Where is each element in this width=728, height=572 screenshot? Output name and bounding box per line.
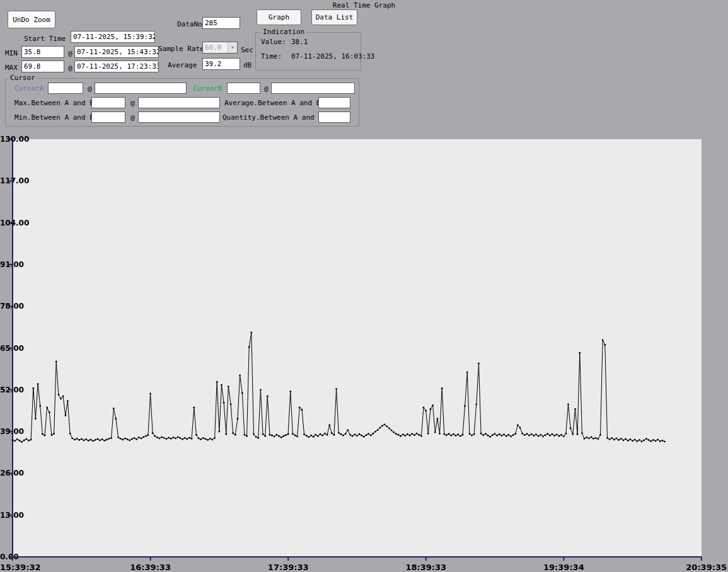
data-list-button[interactable]: Data List xyxy=(311,9,357,25)
svg-text:15:39:32: 15:39:32 xyxy=(0,563,41,572)
max-between-at-label: @ xyxy=(130,99,135,107)
datano-field[interactable]: 285 xyxy=(202,17,240,29)
chart-plot[interactable]: 0.0013.0026.0039.0052.0065.0078.0091.001… xyxy=(0,134,728,572)
sample-rate-label: Sample Rate xyxy=(158,45,204,53)
cursor-b-at-label: @ xyxy=(264,84,269,93)
indication-time: 07-11-2025, 16:03:33 xyxy=(291,52,374,60)
svg-text:18:39:33: 18:39:33 xyxy=(405,563,446,572)
svg-text:78.00: 78.00 xyxy=(0,302,24,311)
svg-text:16:39:33: 16:39:33 xyxy=(130,563,171,572)
window-title: Real Time Graph xyxy=(0,1,728,9)
indication-time-label: Time: xyxy=(261,52,282,60)
start-time-label: Start Time xyxy=(24,35,66,43)
indication-value-label: Value: xyxy=(261,38,286,46)
min-time-field[interactable]: 07-11-2025, 15:43:32 xyxy=(74,46,159,58)
real-time-graph-window: { "window": { "title": "Real Time Graph"… xyxy=(0,0,728,572)
max-label: MAX xyxy=(5,64,18,72)
max-value-field[interactable]: 69.8 xyxy=(21,60,64,72)
svg-text:130.00: 130.00 xyxy=(0,135,29,144)
max-between-time-field[interactable] xyxy=(138,97,220,108)
sample-rate-unit-label: Sec xyxy=(241,46,253,54)
average-label: Average xyxy=(168,61,197,69)
quantity-between-label: Quantity.Between A and B xyxy=(222,113,323,122)
max-time-field[interactable]: 07-11-2025, 17:23:33 xyxy=(74,60,159,72)
svg-text:65.00: 65.00 xyxy=(0,344,24,353)
min-label: MIN xyxy=(5,49,18,57)
min-between-value-field[interactable] xyxy=(91,112,125,123)
cursor-legend: Cursor xyxy=(8,74,37,82)
cursor-a-time-field[interactable] xyxy=(95,83,187,94)
max-between-label: Max.Between A and B xyxy=(14,99,94,107)
sample-rate-value: 60.0 xyxy=(205,43,222,52)
min-between-at-label: @ xyxy=(130,113,135,122)
svg-text:19:39:34: 19:39:34 xyxy=(543,563,584,572)
undo-zoom-button[interactable]: UnDo Zoom xyxy=(8,11,55,28)
average-between-label: Average.Between A and B xyxy=(224,99,320,107)
cursor-group: Cursor CursorA @ CursorB @ Max.Between A… xyxy=(5,78,359,127)
min-at-label: @ xyxy=(68,49,72,57)
svg-text:117.00: 117.00 xyxy=(0,176,29,185)
cursor-b-label: CursorB xyxy=(193,84,222,93)
indication-legend: Indication xyxy=(261,28,306,36)
svg-text:39.00: 39.00 xyxy=(0,427,24,436)
svg-text:26.00: 26.00 xyxy=(0,469,24,478)
realtime-line-chart[interactable]: 0.0013.0026.0039.0052.0065.0078.0091.001… xyxy=(0,134,728,572)
sample-rate-select[interactable]: 60.0 ▾ xyxy=(202,42,238,54)
svg-text:91.00: 91.00 xyxy=(0,260,24,269)
min-between-label: Min.Between A and B xyxy=(14,113,94,122)
svg-text:13.00: 13.00 xyxy=(0,511,24,520)
average-unit-label: dB xyxy=(243,61,251,69)
graph-button[interactable]: Graph xyxy=(257,9,301,25)
cursor-a-value-field[interactable] xyxy=(48,83,83,94)
svg-text:20:39:35: 20:39:35 xyxy=(686,563,727,572)
max-between-value-field[interactable] xyxy=(91,97,125,108)
cursor-a-label: CursorA xyxy=(14,84,43,93)
min-between-time-field[interactable] xyxy=(138,112,220,123)
indication-value: 38.1 xyxy=(291,38,308,46)
svg-text:17:39:33: 17:39:33 xyxy=(268,563,309,572)
max-at-label: @ xyxy=(68,64,72,72)
quantity-between-value-field[interactable] xyxy=(318,112,350,123)
cursor-a-at-label: @ xyxy=(88,84,92,93)
average-between-value-field[interactable] xyxy=(318,97,350,108)
indication-group: Indication Value: 38.1 Time: 07-11-2025,… xyxy=(255,32,361,71)
min-value-field[interactable]: 35.8 xyxy=(21,46,64,58)
cursor-b-value-field[interactable] xyxy=(227,83,260,94)
cursor-b-time-field[interactable] xyxy=(271,83,355,94)
dropdown-arrow-icon: ▾ xyxy=(228,42,237,53)
average-field[interactable]: 39.2 xyxy=(202,58,240,70)
svg-text:104.00: 104.00 xyxy=(0,219,29,227)
start-time-field[interactable]: 07-11-2025, 15:39:32 xyxy=(71,31,155,43)
svg-text:52.00: 52.00 xyxy=(0,386,24,394)
